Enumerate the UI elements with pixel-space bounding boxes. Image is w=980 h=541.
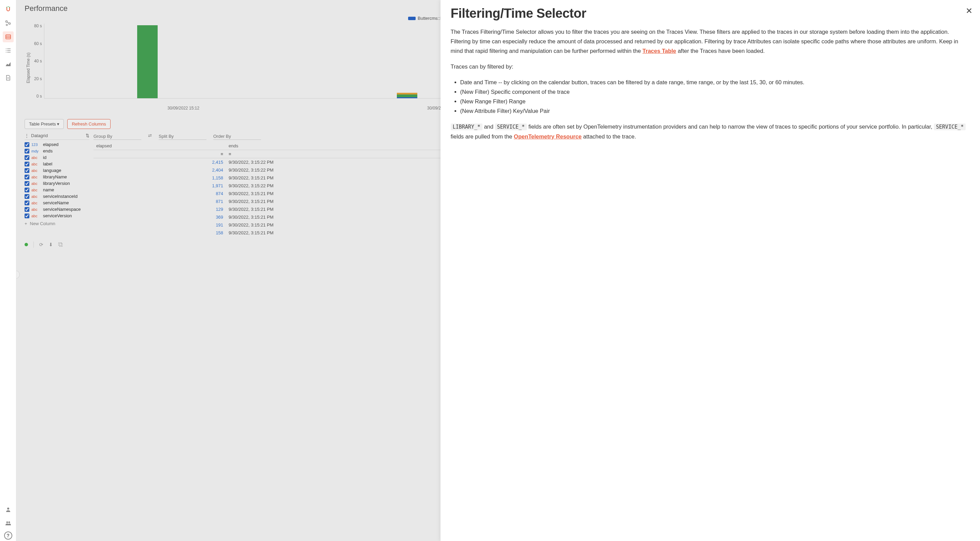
table-icon[interactable] <box>3 32 14 42</box>
column-checkbox[interactable] <box>25 181 29 186</box>
users-icon[interactable] <box>3 518 14 529</box>
column-item[interactable]: abcserviceNamespace <box>25 206 89 213</box>
cell-elapsed: 158 <box>94 229 226 237</box>
code-service2: SERVICE_* <box>934 124 966 130</box>
type-tag: abc <box>32 194 41 198</box>
column-name: label <box>43 161 52 167</box>
column-checkbox[interactable] <box>25 162 29 167</box>
cell-elapsed: 1,971 <box>94 182 226 190</box>
type-tag: abc <box>32 214 41 218</box>
column-checkbox[interactable] <box>25 149 29 154</box>
cell-elapsed: 129 <box>94 205 226 213</box>
datagrid-label: Datagrid <box>31 133 84 138</box>
type-tag: abc <box>32 188 41 192</box>
type-tag: abc <box>32 162 41 166</box>
svg-point-20 <box>8 522 10 523</box>
graph-icon[interactable] <box>3 18 14 29</box>
column-name: id <box>43 155 46 160</box>
refresh-columns-button[interactable]: Refresh Columns <box>67 119 110 129</box>
column-item[interactable]: abclibraryVersion <box>25 180 89 187</box>
code-service: SERVICE_* <box>495 124 527 130</box>
sidebar: ? <box>0 0 16 541</box>
column-checkbox[interactable] <box>25 168 29 173</box>
column-checkbox[interactable] <box>25 194 29 199</box>
help-paragraph: The Traces Filtering/Time Selector allow… <box>451 27 970 56</box>
type-tag: abc <box>32 201 41 205</box>
column-checkbox[interactable] <box>25 201 29 205</box>
svg-point-3 <box>5 21 7 22</box>
sort-icon[interactable]: ⇅ <box>86 133 89 138</box>
help-bullet: Date and Time -- by clicking on the cale… <box>460 78 970 87</box>
cell-elapsed: 1,158 <box>94 174 226 182</box>
bar <box>397 95 417 97</box>
column-checkbox[interactable] <box>25 214 29 218</box>
column-name: serviceNamespace <box>43 207 81 212</box>
svg-point-4 <box>8 23 10 25</box>
column-name: libraryVersion <box>43 181 70 186</box>
drag-icon[interactable]: ⋮ <box>25 133 29 138</box>
help-title: Filtering/Time Selector <box>451 6 970 21</box>
column-item[interactable]: 123elapsed <box>25 141 89 148</box>
columns-panel: ⋮ Datagrid ⇅ 123elapsedmdyendsabcidabcla… <box>25 133 89 237</box>
document-icon[interactable] <box>3 72 14 83</box>
list-icon[interactable] <box>3 45 14 56</box>
svg-rect-7 <box>6 35 11 39</box>
help-paragraph: Traces can by filtered by: <box>451 62 970 71</box>
column-item[interactable]: abcserviceInstanceId <box>25 193 89 200</box>
help-icon[interactable]: ? <box>4 531 12 539</box>
column-item[interactable]: abclanguage <box>25 167 89 174</box>
help-paragraph: LIBRARY_* and SERVICE_* fields are often… <box>451 122 970 141</box>
column-item[interactable]: abcname <box>25 187 89 193</box>
svg-point-2 <box>9 7 10 8</box>
traces-table-link[interactable]: Traces Table <box>643 48 676 54</box>
close-icon[interactable]: ✕ <box>966 6 972 16</box>
swap-icon[interactable]: ⇄ <box>148 133 152 140</box>
split-by-input[interactable] <box>159 133 207 140</box>
type-tag: abc <box>32 175 41 179</box>
table-presets-button[interactable]: Table Presets ▾ <box>25 119 64 129</box>
bar <box>397 93 417 95</box>
column-name: libraryName <box>43 174 67 179</box>
column-item[interactable]: mdyends <box>25 148 89 154</box>
table-header[interactable]: elapsed <box>94 142 226 150</box>
cell-elapsed: 2,404 <box>94 166 226 174</box>
column-item[interactable]: abclabel <box>25 161 89 167</box>
new-column-button[interactable]: + New Column <box>25 219 89 226</box>
y-axis-label: Elapsed Time (s) <box>25 24 32 112</box>
otel-resource-link[interactable]: OpenTelemetry Resource <box>514 133 582 140</box>
chart-icon[interactable] <box>3 59 14 70</box>
svg-point-0 <box>6 7 7 8</box>
column-name: name <box>43 187 54 192</box>
help-bullet: (New Filter) Specific component of the t… <box>460 87 970 97</box>
svg-point-18 <box>7 508 9 509</box>
y-axis: 80 s60 s40 s20 s0 s <box>32 24 44 98</box>
order-by-input[interactable] <box>213 133 261 140</box>
column-item[interactable]: abcid <box>25 154 89 161</box>
column-checkbox[interactable] <box>25 207 29 212</box>
refresh-icon[interactable]: ⟳ <box>39 242 43 247</box>
cell-elapsed: 874 <box>94 190 226 197</box>
column-name: elapsed <box>43 142 59 147</box>
download-icon[interactable]: ⬇ <box>49 242 53 247</box>
group-by-input[interactable] <box>94 133 141 140</box>
svg-point-19 <box>6 522 8 523</box>
help-bullet-list: Date and Time -- by clicking on the cale… <box>451 78 970 116</box>
column-name: serviceVersion <box>43 213 72 218</box>
code-library: LIBRARY_* <box>451 124 482 130</box>
column-checkbox[interactable] <box>25 155 29 160</box>
column-item[interactable]: abcserviceVersion <box>25 213 89 219</box>
user-icon[interactable] <box>3 504 14 515</box>
column-checkbox[interactable] <box>25 187 29 192</box>
copy-icon[interactable]: ⿻ <box>58 242 63 247</box>
svg-point-12 <box>6 50 6 51</box>
column-item[interactable]: abclibraryName <box>25 174 89 180</box>
cell-elapsed: 369 <box>94 213 226 221</box>
expand-handle-icon[interactable]: › <box>16 271 20 279</box>
help-bullet: (New Attribute Filter) Key/Value Pair <box>460 106 970 116</box>
logo-icon[interactable] <box>3 4 14 15</box>
type-tag: abc <box>32 168 41 173</box>
column-checkbox[interactable] <box>25 175 29 179</box>
column-checkbox[interactable] <box>25 142 29 147</box>
svg-point-5 <box>6 24 8 25</box>
column-item[interactable]: abcserviceName <box>25 200 89 206</box>
